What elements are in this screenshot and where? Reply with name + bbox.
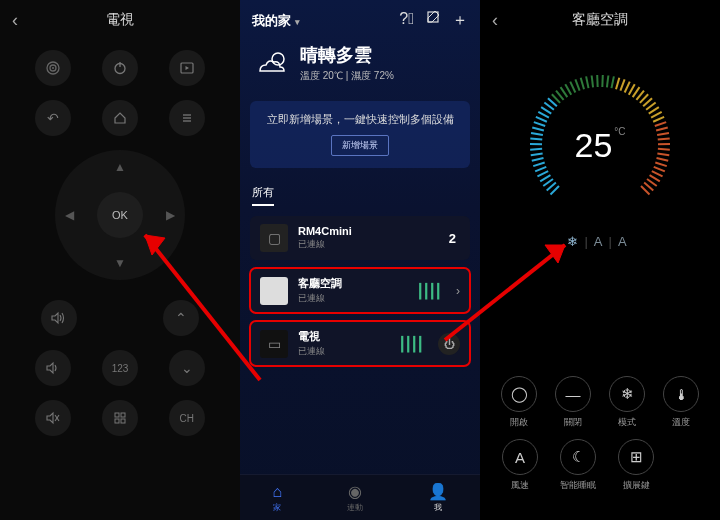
svg-point-2 <box>52 67 54 69</box>
moon-icon: ☾ <box>560 439 596 475</box>
apps-icon[interactable] <box>102 400 138 436</box>
svg-line-34 <box>532 127 544 130</box>
svg-marker-12 <box>47 413 53 423</box>
dpad-up-icon[interactable]: ▲ <box>114 160 126 174</box>
svg-line-68 <box>657 133 669 135</box>
svg-line-77 <box>650 175 660 181</box>
annotation-arrow-left <box>130 220 270 390</box>
back-icon[interactable]: ‹ <box>492 10 498 31</box>
svg-line-75 <box>654 167 665 172</box>
dpad-down-icon[interactable]: ▼ <box>114 256 126 270</box>
svg-line-43 <box>561 87 568 97</box>
ac-on-button[interactable]: ◯開啟 <box>501 376 537 429</box>
snowflake-icon: ❄ <box>609 376 645 412</box>
svg-line-55 <box>620 79 624 90</box>
plus-icon[interactable]: ＋ <box>452 10 468 31</box>
svg-line-83 <box>445 245 565 340</box>
svg-line-74 <box>655 162 666 166</box>
svg-line-47 <box>581 78 584 90</box>
svg-marker-10 <box>52 313 58 323</box>
svg-line-53 <box>612 76 614 88</box>
svg-line-27 <box>533 162 544 166</box>
menu-icon[interactable] <box>169 100 205 136</box>
screen-icon[interactable] <box>169 50 205 86</box>
edit-icon[interactable] <box>426 10 440 31</box>
weather-main: 晴轉多雲 <box>300 43 394 67</box>
banner-text: 立即新增場景，一鍵快速控制多個設備 <box>260 113 460 127</box>
page-title: 電視 <box>106 11 134 29</box>
home-dropdown[interactable]: 我的家 ▾ <box>252 12 300 30</box>
ac-off-button[interactable]: —關閉 <box>555 376 591 429</box>
tab-home[interactable]: ⌂家 <box>272 483 282 513</box>
tab-me[interactable]: 👤我 <box>428 482 448 513</box>
mute-icon[interactable] <box>35 400 71 436</box>
svg-line-67 <box>656 127 668 130</box>
target-icon[interactable] <box>35 50 71 86</box>
help-icon[interactable]: ?⃝ <box>399 10 414 31</box>
device-row-hub[interactable]: ▢ RM4Cmini 已連線 2 <box>250 216 470 260</box>
svg-line-25 <box>537 171 548 176</box>
svg-line-29 <box>531 153 543 155</box>
svg-line-65 <box>653 117 664 122</box>
svg-rect-17 <box>115 419 119 423</box>
svg-line-56 <box>625 82 630 93</box>
ac-temp-button[interactable]: 🌡溫度 <box>663 376 699 429</box>
device-row-ac[interactable]: 客廳空調 已連線 ┃┃┃┃ › <box>250 268 470 313</box>
volume-down-icon[interactable] <box>35 350 71 386</box>
svg-marker-11 <box>47 363 53 373</box>
tab-link[interactable]: ◉連動 <box>347 482 363 513</box>
back-icon[interactable]: ‹ <box>12 10 18 31</box>
svg-line-78 <box>647 179 657 186</box>
svg-line-28 <box>532 158 544 161</box>
svg-line-35 <box>534 122 545 126</box>
svg-line-72 <box>657 153 669 155</box>
header: ‹ 客廳空調 <box>480 0 720 40</box>
svg-line-54 <box>616 78 619 90</box>
scene-banner: 立即新增場景，一鍵快速控制多個設備 新增場景 <box>250 101 470 168</box>
svg-line-37 <box>538 112 549 118</box>
ac-expand-button[interactable]: ⊞擴展鍵 <box>618 439 654 492</box>
svg-line-30 <box>530 149 542 150</box>
svg-line-52 <box>607 76 608 88</box>
temperature-dial[interactable]: 25°C <box>525 70 675 220</box>
thermometer-icon: 🌡 <box>663 376 699 412</box>
dpad-left-icon[interactable]: ◀ <box>65 208 74 222</box>
back-nav-icon[interactable]: ↶ <box>35 100 71 136</box>
svg-line-49 <box>592 76 593 88</box>
svg-marker-82 <box>145 235 165 255</box>
channel-button[interactable]: CH <box>169 400 205 436</box>
annotation-arrow-right <box>440 230 580 350</box>
ac-fan-button[interactable]: A風速 <box>502 439 538 492</box>
ac-sleep-button[interactable]: ☾智能睡眠 <box>560 439 596 492</box>
svg-line-66 <box>655 122 666 126</box>
svg-line-69 <box>658 138 670 139</box>
svg-line-76 <box>652 171 663 176</box>
bottom-tabbar: ⌂家 ◉連動 👤我 <box>240 474 480 520</box>
fan-icon: A <box>502 439 538 475</box>
ac-mode-button[interactable]: ❄模式 <box>609 376 645 429</box>
tab-all[interactable]: 所有 <box>252 185 274 206</box>
svg-line-23 <box>543 179 553 186</box>
svg-line-38 <box>541 107 551 113</box>
weather-sub: 溫度 20℃ | 濕度 72% <box>300 69 394 83</box>
minus-icon: — <box>555 376 591 412</box>
svg-line-24 <box>540 175 550 181</box>
device-row-tv[interactable]: ▭ 電視 已連線 ┃┃┃┃ ⏻ <box>250 321 470 366</box>
svg-rect-16 <box>121 413 125 417</box>
power-icon[interactable] <box>102 50 138 86</box>
svg-line-32 <box>530 138 542 139</box>
add-scene-button[interactable]: 新增場景 <box>331 135 389 156</box>
home-icon[interactable] <box>102 100 138 136</box>
svg-line-64 <box>651 112 662 118</box>
home-header: 我的家 ▾ ?⃝ ＋ <box>240 0 480 35</box>
volume-up-icon[interactable] <box>41 300 77 336</box>
svg-line-73 <box>657 158 669 161</box>
equalizer-icon: ┃┃┃┃ <box>398 336 422 352</box>
svg-line-45 <box>570 82 575 93</box>
svg-line-63 <box>649 107 659 113</box>
svg-rect-15 <box>115 413 119 417</box>
svg-rect-18 <box>121 419 125 423</box>
svg-line-36 <box>536 117 547 122</box>
svg-line-46 <box>575 79 579 90</box>
weather-widget: 晴轉多雲 溫度 20℃ | 濕度 72% <box>240 35 480 97</box>
